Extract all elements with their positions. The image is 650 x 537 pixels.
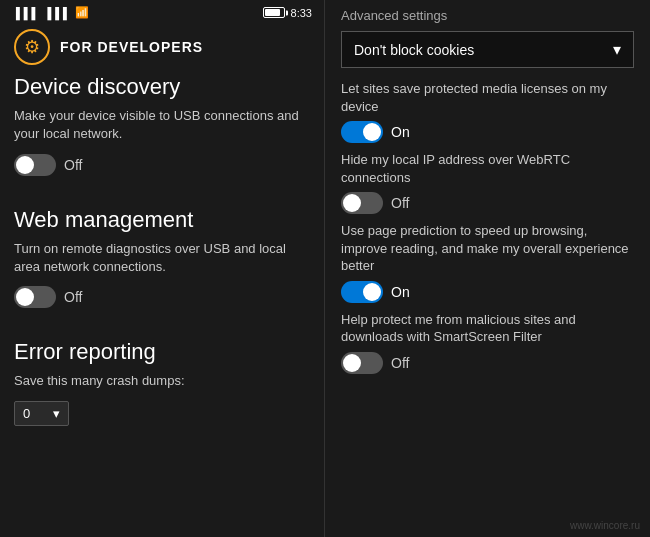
page-title: FOR DEVELOPERS [60,39,203,55]
crash-dumps-row: 0 ▾ [14,401,310,426]
toggle-knob [363,123,381,141]
web-management-toggle-row: Off [14,286,310,308]
setting-block-2: Hide my local IP address over WebRTC con… [341,151,634,214]
setting-1-toggle[interactable] [341,121,383,143]
error-reporting-title: Error reporting [14,340,310,364]
advanced-settings-title: Advanced settings [341,8,634,23]
crash-dumps-value: 0 [23,406,30,421]
left-panel: ▐▐▐ ▐▐▐ 📶 8:33 ⚙ FOR DEVELOPERS Device d… [0,0,325,537]
toggle-knob [363,283,381,301]
setting-4-toggle[interactable] [341,352,383,374]
setting-4-toggle-row: Off [341,352,634,374]
divider1 [14,192,310,208]
signal2-icon: ▐▐▐ [43,7,66,19]
setting-block-1: Let sites save protected media licenses … [341,80,634,143]
device-discovery-section: Device discovery Make your device visibl… [14,75,310,176]
cookies-dropdown[interactable]: Don't block cookies ▾ [341,31,634,68]
left-content: Device discovery Make your device visibl… [0,75,324,537]
setting-3-toggle[interactable] [341,281,383,303]
toggle-knob [343,354,361,372]
toggle-knob [16,156,34,174]
error-reporting-section: Error reporting Save this many crash dum… [14,340,310,425]
setting-2-desc: Hide my local IP address over WebRTC con… [341,151,634,186]
watermark: www.wincore.ru [325,516,650,537]
device-discovery-toggle-row: Off [14,154,310,176]
right-settings-content: Let sites save protected media licenses … [325,80,650,516]
setting-1-toggle-label: On [391,124,410,140]
setting-4-toggle-label: Off [391,355,409,371]
crash-dumps-chevron: ▾ [53,406,60,421]
web-management-section: Web management Turn on remote diagnostic… [14,208,310,309]
setting-block-3: Use page prediction to speed up browsing… [341,222,634,303]
setting-3-desc: Use page prediction to speed up browsing… [341,222,634,275]
time-battery: 8:33 [263,7,312,19]
wifi-icon: 📶 [75,6,89,19]
header-bar: ⚙ FOR DEVELOPERS [0,23,324,75]
setting-3-toggle-row: On [341,281,634,303]
gear-icon: ⚙ [14,29,50,65]
setting-2-toggle[interactable] [341,192,383,214]
time-display: 8:33 [291,7,312,19]
setting-2-toggle-row: Off [341,192,634,214]
crash-dumps-select[interactable]: 0 ▾ [14,401,69,426]
battery-icon [263,7,285,18]
setting-2-toggle-label: Off [391,195,409,211]
setting-4-desc: Help protect me from malicious sites and… [341,311,634,346]
web-management-toggle[interactable] [14,286,56,308]
web-management-toggle-label: Off [64,289,82,305]
device-discovery-toggle-label: Off [64,157,82,173]
device-discovery-desc: Make your device visible to USB connecti… [14,107,310,143]
cookies-dropdown-text: Don't block cookies [354,42,474,58]
signal1-icon: ▐▐▐ [12,7,35,19]
device-discovery-title: Device discovery [14,75,310,99]
error-reporting-desc: Save this many crash dumps: [14,372,310,390]
signal-icons: ▐▐▐ ▐▐▐ 📶 [12,6,89,19]
setting-block-4: Help protect me from malicious sites and… [341,311,634,374]
web-management-desc: Turn on remote diagnostics over USB and … [14,240,310,276]
status-bar: ▐▐▐ ▐▐▐ 📶 8:33 [0,0,324,23]
web-management-title: Web management [14,208,310,232]
setting-3-toggle-label: On [391,284,410,300]
setting-1-toggle-row: On [341,121,634,143]
toggle-knob [16,288,34,306]
right-header: Advanced settings Don't block cookies ▾ [325,0,650,80]
setting-1-desc: Let sites save protected media licenses … [341,80,634,115]
divider2 [14,324,310,340]
chevron-down-icon: ▾ [613,40,621,59]
device-discovery-toggle[interactable] [14,154,56,176]
right-panel: Advanced settings Don't block cookies ▾ … [325,0,650,537]
toggle-knob [343,194,361,212]
